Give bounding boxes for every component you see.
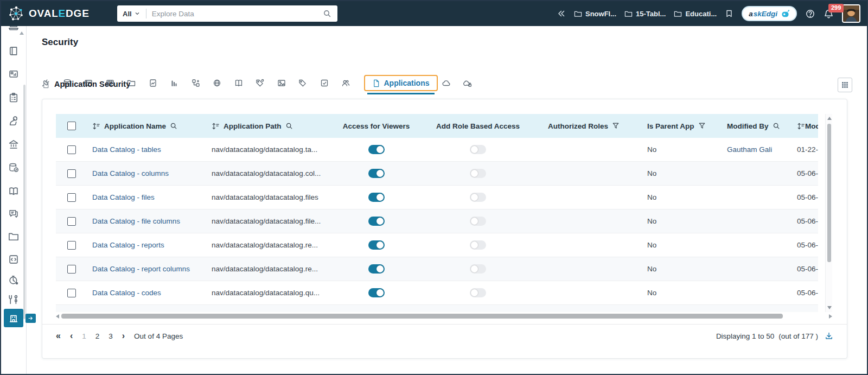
search-scope-dropdown[interactable]: All [117,10,146,18]
tools-icon[interactable] [8,294,19,305]
add-role-based-access-toggle[interactable] [470,264,486,274]
sidebar-item-security-active[interactable] [4,309,23,327]
access-for-viewers-toggle[interactable] [368,169,385,178]
tab-chart-icon[interactable] [170,79,178,87]
row-checkbox[interactable] [67,193,76,202]
header-application-path[interactable]: Application Path [224,122,282,130]
download-button[interactable] [825,332,833,340]
scroll-left-icon[interactable] [56,314,59,319]
row-checkbox[interactable] [67,145,76,154]
access-for-viewers-toggle[interactable] [368,193,385,202]
application-name-cell[interactable]: Data Catalog - columns [87,169,204,177]
recent-item-3[interactable]: Educati... [674,10,717,18]
filter-icon[interactable] [612,122,620,130]
application-path-cell: nav/datacatalog/datacatalog.files [204,193,329,201]
collapse-breadcrumbs-icon[interactable] [557,9,566,18]
sort-icon[interactable] [212,122,220,130]
tab-api-cloud-icon[interactable] [442,79,451,87]
help-icon[interactable] [805,9,815,19]
search-icon[interactable] [285,122,293,130]
tab-report-icon[interactable] [149,79,157,87]
scroll-right-icon[interactable] [829,314,832,319]
scheduler-icon[interactable] [8,275,19,285]
tab-users-icon[interactable] [341,79,350,87]
application-name-cell[interactable]: Data Catalog - reports [87,241,204,249]
select-all-checkbox[interactable] [67,122,76,130]
page-number-3[interactable]: 3 [108,332,113,340]
table-vertical-scrollbar[interactable] [825,114,832,312]
laptop-icon[interactable] [8,26,19,32]
grid-menu-button[interactable] [838,78,852,92]
application-name-cell[interactable]: Data Catalog - codes [87,289,204,297]
row-checkbox[interactable] [67,265,76,274]
application-name-cell[interactable]: Data Catalog - report columns [87,265,204,273]
page-number-1-current[interactable]: 1 [82,332,86,340]
add-role-based-access-toggle[interactable] [470,169,486,178]
add-role-based-access-toggle[interactable] [470,217,486,226]
data-quality-icon[interactable] [8,116,19,126]
access-for-viewers-toggle[interactable] [368,264,385,274]
application-name-cell[interactable]: Data Catalog - file columns [87,217,204,225]
previous-page-button[interactable]: ‹ [70,332,73,340]
horizontal-scroll-thumb[interactable] [61,314,783,319]
search-icon[interactable] [170,122,177,130]
search-input[interactable] [146,10,323,18]
collaboration-icon[interactable] [8,208,19,219]
next-page-button[interactable]: › [122,332,125,340]
search-icon[interactable] [323,9,331,18]
vertical-scroll-thumb[interactable] [827,124,831,262]
governance-icon[interactable] [8,139,19,150]
row-checkbox[interactable] [67,289,76,297]
ovaledge-logo[interactable]: OVALEDGE [1,5,112,22]
filter-icon[interactable] [698,122,706,130]
header-application-name[interactable]: Application Name [104,122,166,130]
sidebar-scrollbar[interactable] [23,85,25,319]
tab-cloud-lock-icon[interactable] [463,79,472,87]
tab-globe-icon[interactable] [213,79,221,87]
table-horizontal-scrollbar[interactable] [56,313,832,319]
access-for-viewers-toggle[interactable] [368,240,385,250]
add-role-based-access-toggle[interactable] [470,145,486,154]
clipboard-icon[interactable] [8,92,19,103]
askedgi-button[interactable]: askEdgi [742,6,797,21]
sidebar-expand-tab[interactable] [25,314,36,323]
scroll-down-icon[interactable] [827,306,832,309]
row-checkbox[interactable] [67,217,76,226]
page-number-2[interactable]: 2 [95,332,100,340]
recent-item-1[interactable]: SnowFl... [574,10,616,18]
tab-hierarchy-icon[interactable] [192,79,200,87]
tab-image-icon[interactable] [277,79,286,87]
sidebar-scroll-up-icon[interactable] [20,31,24,35]
sort-icon[interactable] [92,122,100,130]
recent-item-2[interactable]: 15-Tabl... [624,10,666,18]
tab-applications-active[interactable]: Applications [364,75,438,91]
header-modified-date[interactable]: Mod [805,122,818,130]
tab-tag-icon[interactable] [298,79,307,87]
add-role-based-access-toggle[interactable] [470,288,486,297]
access-for-viewers-toggle[interactable] [368,217,385,226]
notifications[interactable]: 299 [824,9,834,19]
access-for-viewers-toggle[interactable] [368,145,385,154]
sort-icon[interactable] [797,122,805,130]
first-page-button[interactable]: « [56,332,61,340]
search-icon[interactable] [773,122,780,130]
tab-term-tag-icon[interactable] [256,79,264,87]
report-metrics-icon[interactable] [8,69,19,80]
access-for-viewers-toggle[interactable] [368,288,385,297]
files-icon[interactable] [8,231,19,242]
add-role-based-access-toggle[interactable] [470,240,486,250]
journal-icon[interactable] [8,46,19,56]
query-sheet-icon[interactable] [8,254,19,265]
application-name-cell[interactable]: Data Catalog - tables [87,145,204,154]
add-role-based-access-toggle[interactable] [470,193,486,202]
user-avatar[interactable] [842,4,860,23]
row-checkbox[interactable] [67,241,76,250]
bookmark-icon[interactable] [725,9,733,18]
tab-rating-icon[interactable] [320,79,329,87]
glossary-icon[interactable] [8,186,19,196]
database-check-icon[interactable] [8,162,19,173]
application-name-cell[interactable]: Data Catalog - files [87,193,204,201]
scroll-up-icon[interactable] [827,117,832,120]
tab-book-icon[interactable] [234,79,243,87]
row-checkbox[interactable] [67,169,76,178]
